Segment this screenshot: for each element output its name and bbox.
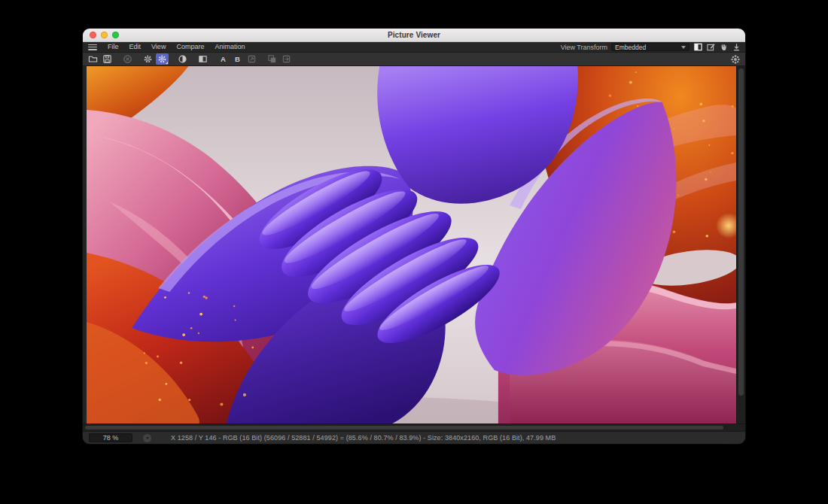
vertical-scrollbar-thumb[interactable]	[738, 68, 744, 396]
duplicate-icon	[267, 54, 277, 64]
menu-animation[interactable]: Animation	[209, 42, 250, 52]
corner-caret-icon	[166, 62, 168, 64]
stop-render-button	[121, 53, 134, 65]
render-queue-button[interactable]	[729, 53, 741, 65]
pixel-info-text: X 1258 / Y 146 - RGB (16 Bit) (56096 / 5…	[171, 434, 556, 442]
content-area	[83, 66, 745, 424]
abstract-render	[87, 66, 736, 424]
set-a-button[interactable]: A	[217, 53, 230, 65]
menu-compare[interactable]: Compare	[171, 42, 209, 52]
statusbar: 78 % X 1258 / Y 146 - RGB (16 Bit) (5609…	[83, 431, 745, 444]
b-label: B	[235, 55, 240, 63]
titlebar[interactable]: Picture Viewer	[83, 29, 745, 42]
toolbar: A B	[83, 53, 745, 66]
ab-compare-button[interactable]	[196, 53, 209, 65]
compare-mode-button[interactable]	[176, 53, 189, 65]
download-icon[interactable]	[732, 43, 741, 52]
filter-button[interactable]	[156, 53, 169, 65]
render-flower-icon	[730, 54, 741, 65]
window-title: Picture Viewer	[388, 31, 440, 39]
traffic-lights	[90, 29, 119, 41]
zoom-dropdown-icon	[146, 437, 149, 439]
pan-hand-icon[interactable]	[719, 43, 728, 52]
stop-render-icon	[123, 54, 132, 64]
duplicate-button	[266, 53, 279, 65]
rendered-image[interactable]	[87, 66, 736, 424]
set-b-button[interactable]: B	[231, 53, 244, 65]
hamburger-icon[interactable]	[87, 44, 98, 51]
horizontal-scrollbar[interactable]	[83, 424, 745, 431]
save-icon	[102, 54, 112, 64]
swap-ab-icon	[247, 54, 257, 64]
minimize-traffic-icon[interactable]	[101, 32, 108, 38]
horizontal-scrollbar-thumb[interactable]	[85, 426, 723, 430]
picture-viewer-window: Picture Viewer File Edit View Compare An…	[83, 29, 745, 444]
render-gear-chip-icon	[143, 54, 153, 64]
menu-edit[interactable]: Edit	[124, 42, 147, 52]
open-file-button[interactable]	[87, 53, 99, 65]
view-transform-label: View Transform	[561, 44, 607, 51]
menu-view[interactable]: View	[146, 42, 171, 52]
save-button[interactable]	[101, 53, 114, 65]
ab-split-icon	[198, 54, 208, 64]
close-traffic-icon[interactable]	[90, 32, 96, 38]
zoom-preset-button[interactable]	[143, 434, 151, 442]
view-transform-select[interactable]: Embedded	[611, 43, 689, 51]
menu-file[interactable]: File	[102, 42, 124, 52]
view-transform-value: Embedded	[615, 44, 646, 51]
vertical-scrollbar[interactable]	[736, 66, 745, 424]
folder-open-icon	[88, 54, 98, 64]
contrast-icon	[178, 54, 187, 64]
zoom-traffic-icon[interactable]	[112, 32, 119, 38]
export-button	[280, 53, 293, 65]
export-icon	[282, 54, 291, 64]
menubar: File Edit View Compare Animation View Tr…	[83, 42, 745, 53]
split-view-icon[interactable]	[693, 43, 702, 52]
a-label: A	[221, 55, 226, 63]
render-settings-button[interactable]	[142, 53, 154, 65]
chevron-down-icon	[681, 46, 686, 49]
edit-image-icon[interactable]	[706, 43, 715, 52]
desktop: Picture Viewer File Edit View Compare An…	[0, 0, 828, 504]
zoom-level-field[interactable]: 78 %	[89, 433, 132, 442]
swap-ab-button	[245, 53, 258, 65]
